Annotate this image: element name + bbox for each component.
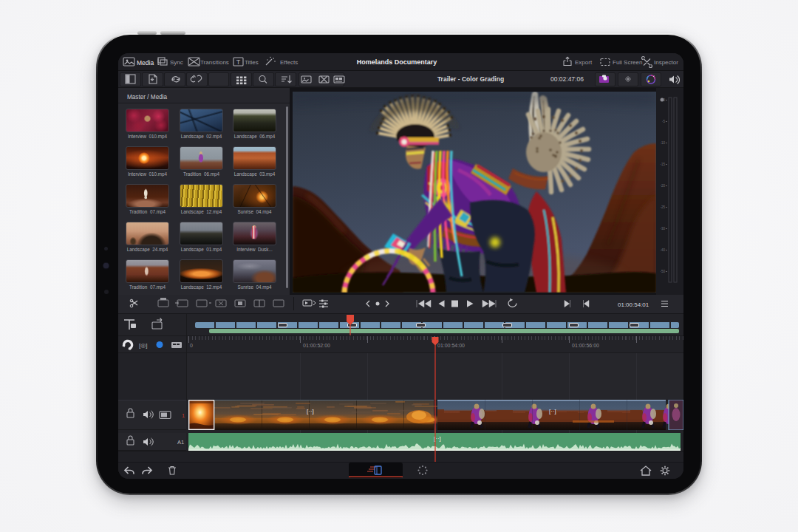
svg-text:-5: -5: [662, 120, 665, 123]
svg-text:-15: -15: [660, 163, 665, 166]
svg-text:[··]: [··]: [549, 408, 556, 415]
svg-text:[◎]: [◎]: [139, 342, 147, 349]
svg-text:-40: -40: [660, 248, 665, 252]
svg-text:A1: A1: [177, 439, 184, 446]
svg-text:T: T: [236, 58, 241, 66]
svg-text:-50: -50: [660, 270, 665, 273]
svg-text:1: 1: [182, 412, 185, 419]
svg-text:-30: -30: [660, 227, 665, 231]
svg-text:-10: -10: [660, 141, 665, 145]
svg-text:[··]: [··]: [307, 408, 314, 415]
svg-text:-25: -25: [660, 205, 665, 209]
svg-text:-20: -20: [660, 184, 665, 188]
